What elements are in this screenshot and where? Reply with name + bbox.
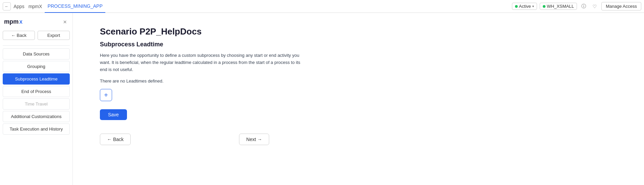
sidebar: mpmX ✕ ← Back Export Data Sources Groupi… xyxy=(0,13,73,185)
chevron-down-icon: ▾ xyxy=(532,4,534,8)
bottom-nav: ← Back Next → xyxy=(100,134,269,145)
logo-text: mpm xyxy=(4,18,19,25)
status-dot xyxy=(515,5,518,8)
bottom-back-button[interactable]: ← Back xyxy=(100,134,131,145)
sidebar-back-button[interactable]: ← Back xyxy=(3,31,35,40)
sidebar-item-grouping[interactable]: Grouping xyxy=(3,61,70,72)
sidebar-divider xyxy=(3,45,70,46)
add-leadtime-button[interactable]: + xyxy=(100,89,112,101)
save-button[interactable]: Save xyxy=(100,109,127,120)
sidebar-item-additional-customizations[interactable]: Additional Customizations xyxy=(3,111,70,122)
status-badge[interactable]: Active ▾ xyxy=(512,3,537,10)
logo-x: X xyxy=(19,19,22,25)
warehouse-dot xyxy=(543,5,545,8)
nav-active-tab[interactable]: PROCESS_MINING_APP xyxy=(45,0,105,13)
sidebar-actions: ← Back Export xyxy=(3,31,70,40)
heart-icon[interactable]: ♡ xyxy=(591,2,599,10)
info-icon[interactable]: ⓘ xyxy=(580,2,588,10)
description-text: Here you have the opportunity to define … xyxy=(100,52,303,73)
sidebar-item-subprocess-leadtime[interactable]: Subprocess Leadtime xyxy=(3,73,70,85)
scenario-title: Scenario P2P_HelpDocs xyxy=(100,26,617,37)
top-nav-right: Active ▾ WH_XSMALL ⓘ ♡ Manage Access xyxy=(512,2,641,10)
nav-back-button[interactable]: ← xyxy=(3,2,11,10)
logo: mpmX xyxy=(4,18,22,25)
warehouse-badge[interactable]: WH_XSMALL xyxy=(540,3,577,10)
sidebar-header: mpmX ✕ xyxy=(3,16,70,28)
top-nav: ← Apps mpmX PROCESS_MINING_APP Active ▾ … xyxy=(0,0,644,13)
content-area: Scenario P2P_HelpDocs Subprocess Leadtim… xyxy=(73,13,644,185)
sidebar-item-data-sources[interactable]: Data Sources xyxy=(3,48,70,60)
sidebar-close-button[interactable]: ✕ xyxy=(62,19,68,25)
sidebar-export-button[interactable]: Export xyxy=(38,31,70,40)
warehouse-label: WH_XSMALL xyxy=(547,4,574,9)
sidebar-item-end-of-process[interactable]: End of Process xyxy=(3,86,70,97)
top-nav-left: ← Apps mpmX PROCESS_MINING_APP xyxy=(3,0,512,13)
nav-app-name: mpmX xyxy=(27,4,43,9)
bottom-next-button[interactable]: Next → xyxy=(239,134,269,145)
nav-apps-link[interactable]: Apps xyxy=(12,4,26,9)
main-layout: mpmX ✕ ← Back Export Data Sources Groupi… xyxy=(0,13,644,185)
sidebar-item-task-execution-history[interactable]: Task Execution and History xyxy=(3,123,70,135)
section-title: Subprocess Leadtime xyxy=(100,41,617,48)
status-label: Active xyxy=(519,4,531,9)
manage-access-button[interactable]: Manage Access xyxy=(601,2,641,10)
sidebar-item-time-travel: Time Travel xyxy=(3,98,70,110)
no-items-text: There are no Leadtimes defined. xyxy=(100,78,617,84)
